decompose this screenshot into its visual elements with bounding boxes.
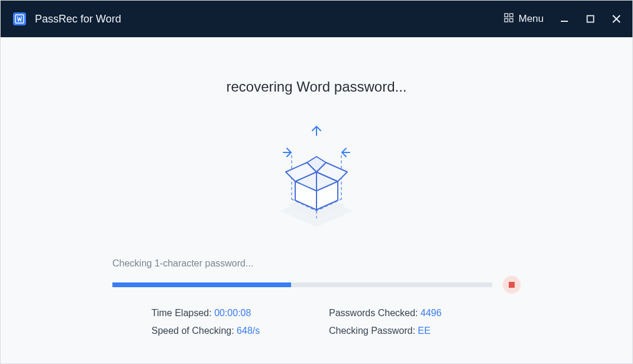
stat-checking-password: Checking Password: EE (329, 326, 441, 336)
progress-section: Checking 1-character password... Time El… (112, 258, 521, 336)
window-controls (559, 14, 622, 24)
progress-fill (112, 282, 291, 287)
stat-label: Time Elapsed: (151, 308, 214, 318)
stats-col-left: Time Elapsed: 00:00:08 Speed of Checking… (151, 308, 329, 336)
svg-rect-2 (505, 14, 508, 17)
progress-bar (112, 282, 492, 287)
stats: Time Elapsed: 00:00:08 Speed of Checking… (112, 308, 521, 336)
box-illustration (257, 124, 376, 242)
app-window: PassRec for Word Menu (0, 0, 633, 364)
stat-value: 648/s (237, 326, 260, 336)
titlebar-left: PassRec for Word (12, 12, 121, 26)
menu-button[interactable]: Menu (504, 13, 544, 25)
stat-label: Checking Password: (329, 326, 418, 336)
progress-status-text: Checking 1-character password... (112, 258, 521, 269)
main-content: recovering Word password... (1, 37, 632, 363)
stop-icon (509, 282, 515, 288)
stat-value: 00:00:08 (214, 308, 251, 318)
maximize-button[interactable] (585, 14, 596, 24)
app-title: PassRec for Word (35, 13, 121, 25)
svg-rect-7 (587, 16, 594, 22)
svg-rect-3 (510, 14, 513, 17)
progress-row (112, 276, 521, 294)
svg-rect-5 (510, 18, 513, 22)
stat-time-elapsed: Time Elapsed: 00:00:08 (151, 308, 329, 318)
stat-label: Speed of Checking: (151, 326, 237, 336)
app-icon (12, 12, 27, 26)
titlebar: PassRec for Word Menu (1, 1, 632, 37)
titlebar-right: Menu (504, 13, 622, 25)
stat-label: Passwords Checked: (329, 308, 421, 318)
stat-value: EE (418, 326, 430, 336)
stop-button[interactable] (503, 276, 521, 294)
menu-grid-icon (504, 13, 513, 25)
minimize-button[interactable] (559, 14, 570, 24)
menu-label: Menu (518, 13, 544, 25)
stat-value: 4496 (421, 308, 442, 318)
close-button[interactable] (611, 14, 622, 24)
stats-col-right: Passwords Checked: 4496 Checking Passwor… (329, 308, 441, 336)
page-title: recovering Word password... (226, 79, 406, 95)
stat-speed: Speed of Checking: 648/s (151, 326, 329, 336)
svg-rect-4 (505, 18, 508, 22)
stat-passwords-checked: Passwords Checked: 4496 (329, 308, 441, 318)
